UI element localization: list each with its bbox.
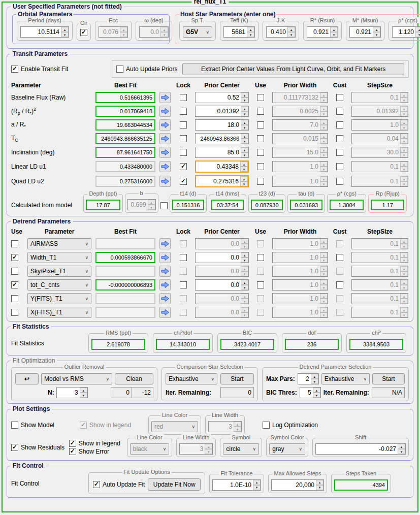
fit-tolerance-spinner[interactable]: ▴▾ [212,479,261,491]
use-prior-checkbox[interactable] [257,108,264,115]
rho-star-spinner[interactable]: ▴▾ [392,26,420,38]
show-model[interactable]: Show Model [11,422,80,429]
prior-center-input[interactable] [196,280,241,290]
residuals-show-in-legend-checkbox[interactable] [69,440,76,447]
teff-spinner[interactable]: ▴▾ [223,26,255,38]
detrend-parameter-dropdown[interactable]: Y(FITS)_T1∨ [27,293,91,304]
copy-best-fit-to-prior-button[interactable] [159,238,171,249]
symbol-dropdown[interactable]: circle∨ [223,443,259,455]
spin-down-icon[interactable]: ▾ [253,485,261,490]
use-prior-checkbox[interactable] [257,281,264,288]
max-pars-input[interactable] [298,374,311,384]
clean-button[interactable]: Clean [115,373,153,384]
use-detrend-checkbox[interactable] [11,240,18,247]
use-detrend-checkbox[interactable] [11,309,18,316]
detrend-parameter-dropdown[interactable]: Sky/Pixel_T1∨ [27,266,91,277]
prior-center-spinner[interactable]: ▴▾ [195,133,249,144]
comparison-method-dropdown[interactable]: Exhaustive∨ [166,373,217,384]
spin-down-icon[interactable]: ▾ [330,32,338,37]
show-error[interactable]: Show Error [69,448,127,455]
copy-best-fit-to-prior-button[interactable] [159,161,171,172]
lock-checkbox[interactable] [180,121,187,128]
copy-best-fit-to-prior-button[interactable] [159,266,171,277]
use-detrend-checkbox[interactable] [11,254,18,261]
spin-down-icon[interactable]: ▾ [241,139,248,144]
teff-input[interactable] [224,27,247,37]
use-detrend-checkbox[interactable] [11,268,18,275]
rstar-input[interactable] [307,27,330,37]
cust-checkbox[interactable] [336,121,343,128]
n-input[interactable] [57,388,80,398]
update-fit-now-button[interactable]: Update Fit Now [148,478,201,491]
copy-best-fit-to-prior-button[interactable] [159,176,171,187]
spin-up-icon[interactable]: ▴ [253,480,261,485]
spin-up-icon[interactable]: ▴ [80,388,87,393]
residuals-show-in-legend[interactable]: Show in legend [69,440,127,447]
prior-center-input[interactable] [196,134,241,144]
max-allowed-steps-spinner[interactable]: ▴▾ [271,479,324,491]
spin-down-icon[interactable]: ▾ [241,98,248,103]
spin-down-icon[interactable]: ▾ [61,32,69,37]
spin-down-icon[interactable]: ▾ [240,167,248,172]
shift-spinner[interactable]: ▴▾ [315,443,406,455]
use-detrend-checkbox[interactable] [11,295,18,302]
spin-down-icon[interactable]: ▾ [415,32,420,37]
spin-down-icon[interactable]: ▾ [287,32,295,37]
prior-center-spinner[interactable]: ▴▾ [195,92,249,103]
prior-center-spinner[interactable]: ▴▾ [195,279,249,291]
spin-up-icon[interactable]: ▴ [241,120,248,125]
spin-up-icon[interactable]: ▴ [241,147,248,152]
n-spinner[interactable]: ▴▾ [56,387,88,398]
show-error-checkbox[interactable] [69,448,76,455]
mstar-input[interactable] [350,27,373,37]
spin-down-icon[interactable]: ▾ [398,449,405,454]
prior-center-input[interactable] [196,252,241,263]
enable-transit-fit-checkbox[interactable] [11,66,18,73]
spin-down-icon[interactable]: ▾ [241,285,248,290]
detrend-selection-start-button[interactable]: Start [372,373,405,384]
mstar-spinner[interactable]: ▴▾ [349,26,381,38]
comparison-start-button[interactable]: Start [220,373,254,384]
prior-center-input[interactable] [196,92,241,103]
spin-down-icon[interactable]: ▾ [241,152,248,157]
copy-best-fit-to-prior-button[interactable] [159,133,171,144]
spectral-type-dropdown[interactable]: G5V∨ [183,26,212,38]
outlier-method-dropdown[interactable]: Model vs RMS∨ [41,373,112,384]
spin-up-icon[interactable]: ▴ [313,388,320,393]
period-spinner[interactable]: ▴▾ [20,26,69,38]
show-residuals-checkbox[interactable] [11,444,18,451]
rho-star-input[interactable] [393,27,415,37]
spin-up-icon[interactable]: ▴ [241,92,248,98]
prior-center-input[interactable] [196,147,241,157]
cust-checkbox[interactable] [336,178,343,185]
spin-up-icon[interactable]: ▴ [311,374,318,379]
prior-center-spinner[interactable]: ▴▾ [195,252,249,263]
prior-center-spinner[interactable]: ▴▾ [195,160,249,173]
spin-down-icon[interactable]: ▾ [80,393,87,398]
auto-update-fit[interactable]: Auto Update Fit [93,481,145,488]
log-optimization-checkbox[interactable] [263,422,270,429]
detrend-parameter-dropdown[interactable]: X(FITS)_T1∨ [27,307,91,318]
fit-tolerance-input[interactable] [213,480,253,490]
spin-down-icon[interactable]: ▾ [373,32,380,37]
use-prior-checkbox[interactable] [257,149,264,156]
prior-center-spinner[interactable]: ▴▾ [195,175,249,187]
jk-spinner[interactable]: ▴▾ [266,26,296,38]
copy-best-fit-to-prior-button[interactable] [159,293,171,304]
log-optimization[interactable]: Log Optimization [263,422,318,429]
shift-input[interactable] [316,444,398,454]
show-residuals[interactable]: Show Residuals [11,444,69,451]
prior-center-input[interactable] [196,106,241,116]
spin-up-icon[interactable]: ▴ [415,27,420,32]
lock-checkbox[interactable] [180,108,187,115]
copy-best-fit-to-prior-button[interactable] [159,119,171,131]
cust-checkbox[interactable] [336,135,343,142]
cust-checkbox[interactable] [336,108,343,115]
extract-prior-center-button[interactable]: Extract Prior Center Values From Light C… [182,63,404,75]
cust-checkbox[interactable] [336,254,343,261]
spin-up-icon[interactable]: ▴ [241,134,248,139]
copy-best-fit-to-prior-button[interactable] [159,106,171,117]
spin-down-icon[interactable]: ▾ [311,379,318,384]
bic-thres-spinner[interactable]: ▴▾ [300,387,321,398]
prior-center-spinner[interactable]: ▴▾ [195,147,249,158]
